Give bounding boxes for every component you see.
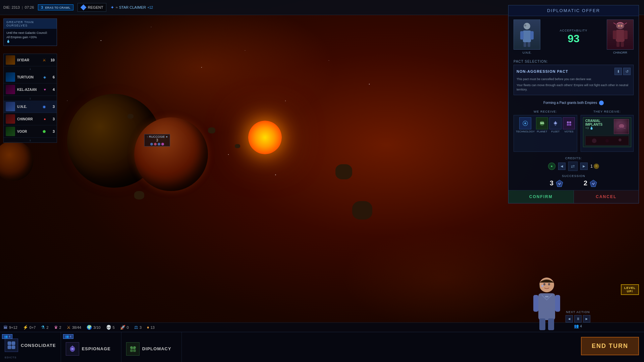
svg-rect-24 — [542, 123, 543, 124]
empire-item-une[interactable]: U.N.E. ◉ 3 — [4, 101, 57, 113]
trade-label-votes: VOTES — [564, 130, 573, 133]
trade-icon-planet — [536, 117, 548, 129]
pact-refresh-btn[interactable]: ↺ — [623, 68, 631, 75]
svg-rect-40 — [12, 342, 15, 345]
end-turn-button[interactable]: END TURN — [581, 337, 639, 355]
pact-desc-2: Your fleets can move through each others… — [517, 83, 631, 92]
status-trade: ⚖ 3 — [134, 325, 142, 330]
consolidate-btn[interactable]: 👥 4 CONSOLIDATE EDICTS — [0, 332, 61, 362]
pact-selection-label: PACT SELECTION: — [508, 58, 639, 65]
level-up-text: LEVEL — [624, 286, 636, 290]
planet-dot — [150, 143, 153, 145]
succession-right-value: 2 — [584, 179, 587, 187]
we-receive-box: TECHNOLOGY — [514, 115, 577, 152]
star — [228, 154, 229, 155]
succession-label: SUCCESSION — [514, 174, 634, 178]
pact-forming: Forming a Pact grants both Empires — [508, 99, 639, 107]
title-badge[interactable]: REGENT — [77, 3, 106, 12]
next-action-count: 👥 4 — [574, 324, 582, 328]
svg-point-25 — [555, 123, 556, 124]
empire-sub-kelazaan: ↓ — [4, 96, 57, 101]
confirm-button[interactable]: CONFIRM — [508, 190, 574, 203]
empire-item-ixidar[interactable]: IX'IDAR ⚔ 10 — [4, 54, 57, 66]
pact-box: NON-AGGRESSION PACT ⬇ ↺ This pact must b… — [514, 65, 634, 95]
asteroid — [134, 191, 144, 199]
event-popup: GREATER THAN OURSELVES Until the next Ga… — [3, 18, 57, 46]
sun — [248, 121, 282, 154]
svg-point-16 — [524, 122, 526, 124]
trade-item-fleet[interactable]: FLEET — [549, 117, 561, 133]
pact-download-btn[interactable]: ⬇ — [614, 68, 622, 75]
empire-item-turtuon[interactable]: TURTUON ◈ 6 — [4, 71, 57, 83]
succession-section: SUCCESSION 3 2 — [508, 173, 639, 190]
svg-rect-9 — [613, 31, 616, 39]
empire-avatar-turtuon — [6, 72, 15, 82]
empire-score-kelazaan: 4 — [48, 87, 55, 92]
svg-point-26 — [554, 122, 555, 123]
edicts-label: EDICTS — [5, 356, 16, 359]
svg-point-14 — [621, 25, 623, 27]
trade-card-name: CRANIAL IMPLANTS — [585, 119, 610, 126]
event-title: GREATER THAN OURSELVES — [4, 19, 57, 29]
status-influence: ♛ 2 — [54, 325, 61, 330]
credits-minus-btn[interactable]: ◄ — [558, 163, 566, 170]
diplomacy-btn[interactable]: DIPLOMACY — [121, 332, 182, 362]
empire-score-chinorr: 3 — [48, 117, 55, 121]
diplomacy-icon — [126, 342, 140, 356]
espionage-btn[interactable]: 👥 4 ESPIONAGE — [61, 332, 121, 362]
we-receive-col: WE RECEIVE: TECHNOLOGY — [514, 110, 577, 152]
they-receive-col: THEY RECEIVE: CRANIAL IMPLANTS +3 💧 — [581, 110, 634, 152]
status-colonies: 🌍 3/10 — [87, 325, 100, 330]
empire-item-kelazaan[interactable]: KEL-AZAAN ♥ 4 — [4, 83, 57, 96]
next-action-next[interactable]: ► — [583, 315, 590, 322]
svg-rect-39 — [8, 342, 11, 345]
consolidate-label: CONSOLIDATE — [21, 343, 56, 348]
asteroid — [127, 114, 133, 119]
status-military: ⚔ 38/44 — [67, 325, 82, 330]
trade-item-planet[interactable]: PLANET — [536, 117, 548, 133]
empire-name-kelazaan: KEL-AZAAN — [17, 88, 42, 92]
planet-name: RUCCOSIE — [149, 135, 165, 138]
empire-name-voor: VOOR — [17, 130, 41, 133]
trade-section: WE RECEIVE: TECHNOLOGY — [508, 107, 639, 155]
trade-card-cranial[interactable]: CRANIAL IMPLANTS +3 💧 — [583, 117, 631, 147]
credits-transfer-icon: ⇄ — [568, 162, 578, 171]
planet-medium[interactable]: ↑ RUCCOSIE ● 3 — [134, 117, 208, 191]
empire-name-chinorr: CHINORR — [17, 117, 42, 121]
svg-rect-8 — [616, 30, 625, 42]
empire-item-voor[interactable]: VOOR ⬟ 3 — [4, 125, 57, 138]
credits-plus-btn[interactable]: ► — [580, 163, 588, 170]
empire-item-chinorr[interactable]: CHINORR ● 3 — [4, 113, 57, 125]
empire-avatar-chinorr — [6, 114, 15, 124]
status-science: ⚗ 2 — [41, 325, 48, 330]
espionage-label: ESPIONAGE — [82, 346, 111, 351]
portrait-chinorr-block: CHINORR — [607, 19, 634, 54]
svg-point-37 — [605, 139, 609, 142]
influence-icon: ♛ — [54, 325, 58, 330]
trade-label-tech: TECHNOLOGY — [516, 130, 535, 133]
empire-score-voor: 3 — [48, 129, 55, 133]
event-body: Until the next Galactic Council: All Emp… — [4, 29, 57, 46]
star — [201, 67, 202, 68]
advisor-portrait — [527, 263, 567, 330]
empire-icon-chinorr: ● — [44, 117, 46, 121]
svg-rect-2 — [520, 31, 524, 40]
credits-currency-icon: © — [594, 164, 599, 169]
next-action: NEXT ACTION ◄ ⏸ ► 👥 4 — [566, 310, 590, 328]
cancel-button[interactable]: CANCEL — [574, 190, 639, 203]
svg-rect-11 — [616, 42, 620, 47]
svg-point-19 — [540, 122, 541, 123]
next-action-prev[interactable]: ◄ — [566, 315, 573, 322]
svg-rect-57 — [539, 318, 545, 330]
game-date: DIE: 2313 | 07:26 — [3, 5, 34, 9]
trade-item-votes[interactable]: VOTES — [563, 117, 575, 133]
diplomatic-offer-panel: DIPLOMATIC OFFER U.N.E. ACCEPTABILITY — [508, 5, 639, 203]
svg-rect-3 — [530, 31, 534, 40]
asteroid — [235, 144, 240, 148]
level-up-badge[interactable]: LEVEL UP! — [621, 284, 639, 295]
next-action-pause[interactable]: ⏸ — [574, 315, 582, 322]
death-icon: 💀 — [106, 325, 111, 330]
trade-item-tech[interactable]: TECHNOLOGY — [516, 117, 535, 133]
military-icon: ⚔ — [67, 325, 71, 330]
status-death: 💀 5 — [106, 325, 115, 330]
